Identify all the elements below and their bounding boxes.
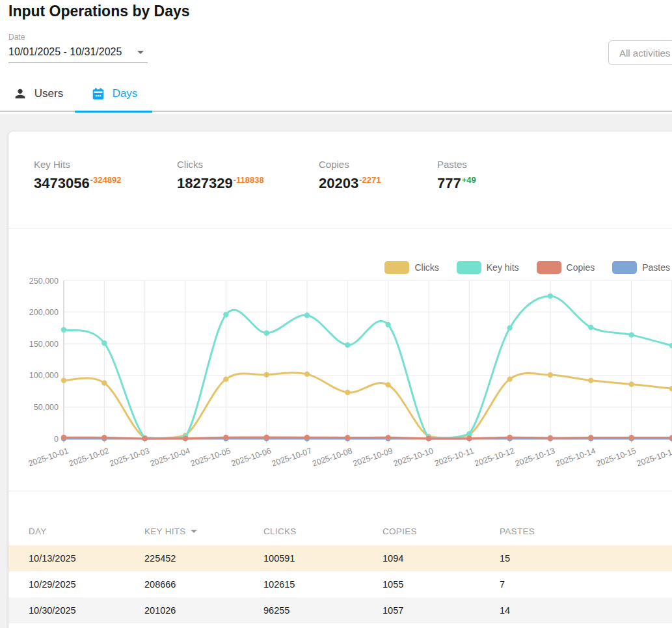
date-range-value: 10/01/2025 - 10/31/2025: [8, 46, 122, 58]
stat-label: Copies: [319, 159, 437, 170]
tab-days-label: Days: [113, 87, 138, 100]
cell-day: 10/30/2025: [29, 605, 144, 616]
stat-clicks: Clicks 1827329-118838: [177, 159, 319, 228]
cell-day: 10/29/2025: [29, 579, 144, 590]
cell-pastes: 7: [500, 579, 672, 590]
cell-key-hits: 201026: [144, 605, 263, 616]
date-filter: Date 10/01/2025 - 10/31/2025: [8, 33, 148, 63]
stat-value: 1827329-118838: [177, 175, 319, 192]
col-header-day[interactable]: DAY: [29, 526, 144, 536]
tab-users-label: Users: [34, 87, 63, 100]
svg-text:2025-10-07: 2025-10-07: [271, 446, 313, 469]
stat-delta: +49: [462, 175, 476, 185]
svg-text:2025-10-04: 2025-10-04: [149, 446, 191, 469]
svg-text:2025-10-10: 2025-10-10: [392, 446, 435, 469]
svg-text:2025-10-02: 2025-10-02: [68, 446, 110, 469]
activities-select-value: All activities: [619, 48, 670, 59]
stat-copies: Copies 20203-2271: [319, 159, 437, 228]
stat-delta: -324892: [90, 175, 122, 185]
content-area: Key Hits 3473056-324892 Clicks 1827329-1…: [0, 113, 672, 628]
table-row[interactable]: 10/29/2025 208666 102615 1055 7: [8, 571, 672, 597]
stat-value: 3473056-324892: [34, 175, 177, 192]
line-chart: Clicks Key hits Copies Pastes 050,000100…: [8, 228, 672, 491]
cell-key-hits: 225452: [144, 553, 263, 564]
person-icon: [13, 87, 27, 101]
svg-text:250,000: 250,000: [29, 277, 59, 286]
stat-label: Key Hits: [34, 159, 177, 170]
report-card: Key Hits 3473056-324892 Clicks 1827329-1…: [8, 131, 672, 628]
svg-text:2025-10-14: 2025-10-14: [554, 446, 597, 469]
svg-text:150,000: 150,000: [29, 340, 59, 349]
stat-delta: -2271: [359, 175, 381, 185]
stat-label: Pastes: [437, 159, 554, 170]
cell-key-hits: 208666: [144, 579, 263, 590]
col-header-clicks[interactable]: CLICKS: [263, 526, 383, 536]
table-header-row: DAY KEY HITS CLICKS COPIES PASTES: [8, 491, 672, 545]
stat-key-hits: Key Hits 3473056-324892: [34, 159, 177, 228]
table-row[interactable]: 10/30/2025 201026 96255 1057 14: [8, 597, 672, 623]
cell-day: 10/13/2025: [29, 553, 144, 564]
cell-copies: 1055: [383, 579, 500, 590]
svg-text:50,000: 50,000: [34, 403, 59, 412]
days-table: DAY KEY HITS CLICKS COPIES PASTES 10/13/…: [8, 491, 672, 623]
svg-text:2025-10-09: 2025-10-09: [352, 446, 394, 469]
svg-text:2025-10-03: 2025-10-03: [109, 446, 151, 469]
tab-users[interactable]: Users: [0, 77, 76, 111]
date-filter-label: Date: [8, 33, 148, 42]
sort-desc-icon: [191, 530, 197, 533]
cell-copies: 1057: [383, 605, 500, 616]
svg-text:200,000: 200,000: [29, 308, 59, 317]
calendar-icon: [91, 87, 105, 101]
svg-text:2025-10-06: 2025-10-06: [230, 446, 273, 469]
top-bar: Input Operations by Days Date 10/01/2025…: [0, 0, 672, 114]
tab-days[interactable]: Days: [76, 77, 152, 111]
svg-text:2025-10-11: 2025-10-11: [433, 446, 475, 469]
svg-text:2025-10-05: 2025-10-05: [189, 446, 232, 469]
svg-text:100,000: 100,000: [29, 371, 59, 380]
cell-pastes: 15: [500, 553, 672, 564]
stat-label: Clicks: [177, 159, 319, 170]
cell-copies: 1094: [383, 553, 500, 564]
table-row[interactable]: 10/13/2025 225452 100591 1094 15: [8, 545, 672, 571]
col-header-pastes[interactable]: PASTES: [500, 526, 672, 536]
stat-pastes: Pastes 777+49: [437, 159, 554, 228]
cell-clicks: 96255: [263, 605, 383, 616]
stat-delta: -118838: [234, 175, 264, 185]
svg-text:2025-10-15: 2025-10-15: [595, 446, 638, 469]
col-header-copies[interactable]: COPIES: [383, 526, 500, 536]
chart-plot-area[interactable]: 050,000100,000150,000200,000250,0002025-…: [8, 271, 672, 493]
svg-text:2025-10-12: 2025-10-12: [474, 446, 516, 469]
chart-canvas: 050,000100,000150,000200,000250,0002025-…: [8, 271, 672, 490]
cell-pastes: 14: [500, 605, 672, 616]
cell-clicks: 102615: [263, 579, 383, 590]
col-header-key-hits[interactable]: KEY HITS: [144, 526, 263, 536]
svg-text:2025-10-08: 2025-10-08: [311, 446, 353, 469]
svg-text:2025-10-01: 2025-10-01: [27, 446, 70, 469]
svg-text:0: 0: [54, 435, 59, 444]
stats-row: Key Hits 3473056-324892 Clicks 1827329-1…: [8, 131, 672, 228]
stat-value: 20203-2271: [319, 175, 437, 192]
tab-bar: Users Days: [0, 77, 152, 111]
page-title: Input Operations by Days: [8, 3, 190, 20]
svg-text:2025-10-13: 2025-10-13: [514, 446, 556, 469]
caret-down-icon: [137, 51, 144, 54]
cell-clicks: 100591: [263, 553, 383, 564]
svg-text:2025-10-16: 2025-10-16: [636, 446, 672, 469]
stat-value: 777+49: [437, 175, 554, 192]
active-tab-indicator: [75, 111, 152, 113]
activities-select[interactable]: All activities: [608, 40, 672, 65]
date-range-select[interactable]: 10/01/2025 - 10/31/2025: [8, 46, 148, 63]
